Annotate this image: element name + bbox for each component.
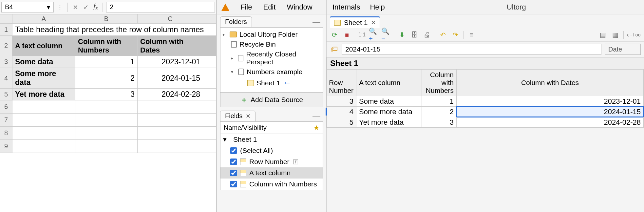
grid-cell-num[interactable]: 3 xyxy=(422,117,457,128)
chevron-down-icon[interactable]: ▾ xyxy=(222,32,227,37)
sheet-tab[interactable]: Sheet 1 ✕ xyxy=(330,16,380,28)
field-checkbox[interactable] xyxy=(230,159,237,165)
cell-A6[interactable] xyxy=(12,100,75,114)
database-icon[interactable]: 🗄 xyxy=(410,30,419,39)
cell-C5[interactable]: 2024-02-28 xyxy=(138,89,203,100)
table-row[interactable]: 4 Some more data 2 2024-01-15 xyxy=(327,107,644,117)
col-header-text[interactable]: A text column xyxy=(12,36,75,56)
fields-item-row-number[interactable]: Row Number ⚿ xyxy=(220,156,323,167)
row-header-4[interactable]: 4 xyxy=(0,68,12,89)
fields-sheet-node[interactable]: ▾ Sheet 1 xyxy=(220,134,323,145)
grid-col-dates[interactable]: Column with Dates xyxy=(457,70,644,96)
grid-cell-text[interactable]: Some more data xyxy=(356,107,422,117)
cell-C8[interactable] xyxy=(138,127,203,140)
table-heading-cell[interactable]: Table heading that precedes the row of c… xyxy=(12,24,216,36)
foo-button[interactable]: c-foo xyxy=(627,30,641,39)
menu-edit[interactable]: Edit xyxy=(263,3,275,11)
row-header-9[interactable]: 9 xyxy=(0,140,12,153)
grid-cell-num[interactable]: 1 xyxy=(422,96,457,107)
import-icon[interactable]: ⬇ xyxy=(397,30,407,39)
close-icon[interactable]: ✕ xyxy=(371,19,376,26)
cell-B4[interactable]: 2 xyxy=(75,68,138,89)
fields-tab[interactable]: Fields ✕ xyxy=(220,111,256,121)
cell-A3[interactable]: Some data xyxy=(12,56,75,68)
zoom-out-icon[interactable]: 🔍− xyxy=(381,30,390,39)
select-all-checkbox[interactable] xyxy=(230,147,237,154)
cell-A8[interactable] xyxy=(12,127,75,140)
value-input[interactable]: 2024-01-15 xyxy=(342,44,601,55)
grid-cell-rn[interactable]: 3 xyxy=(327,96,356,107)
select-all-corner[interactable] xyxy=(0,14,12,24)
tree-sheet[interactable]: Sheet 1 ← xyxy=(222,77,321,89)
cell-A9[interactable] xyxy=(12,140,75,153)
tag-icon[interactable]: 🏷 xyxy=(330,45,338,53)
grid-cell-date[interactable]: 2023-12-01 xyxy=(457,96,644,107)
chevron-down-icon[interactable]: ▾ xyxy=(47,3,50,11)
cell-A7[interactable] xyxy=(12,114,75,127)
minimize-icon[interactable]: — xyxy=(310,17,323,27)
menu-file[interactable]: File xyxy=(240,3,252,11)
grid-cell-text[interactable]: Some data xyxy=(356,96,422,107)
row-header-2[interactable]: 2 xyxy=(0,36,12,56)
table-row[interactable]: 3 Some data 1 2023-12-01 xyxy=(327,96,644,107)
accept-formula-icon[interactable]: ✓ xyxy=(82,3,90,11)
grid-cell-date[interactable]: 2024-02-28 xyxy=(457,117,644,128)
cell-B9[interactable] xyxy=(75,140,138,153)
stop-icon[interactable]: ■ xyxy=(342,30,351,39)
cell-B5[interactable]: 3 xyxy=(75,89,138,100)
menu-internals[interactable]: Internals xyxy=(332,3,360,11)
chevron-down-icon[interactable]: ▾ xyxy=(231,69,236,74)
cell-B8[interactable] xyxy=(75,127,138,140)
cell-C9[interactable] xyxy=(138,140,203,153)
column-header-B[interactable]: B xyxy=(75,14,138,24)
menu-window[interactable]: Window xyxy=(287,3,312,11)
column-header-A[interactable]: A xyxy=(12,14,75,24)
row-header-8[interactable]: 8 xyxy=(0,127,12,140)
row-header-3[interactable]: 3 xyxy=(0,56,12,68)
fields-item-text-column[interactable]: A text column xyxy=(220,167,323,179)
print-icon[interactable]: 🖨 xyxy=(422,30,431,39)
zoom-in-icon[interactable]: 🔍+ xyxy=(369,30,378,39)
cell-A5[interactable]: Yet more data xyxy=(12,89,75,100)
close-icon[interactable]: ✕ xyxy=(246,113,251,120)
col-header-numbers[interactable]: Column with Numbers xyxy=(75,36,138,56)
menu-help[interactable]: Help xyxy=(370,3,385,11)
value-type-select[interactable]: Date xyxy=(605,44,641,55)
scale-11-button[interactable]: 1:1 xyxy=(358,30,366,39)
grid-cell-text[interactable]: Yet more data xyxy=(356,117,422,128)
cell-empty[interactable] xyxy=(203,36,216,56)
cell-D3[interactable] xyxy=(203,56,216,68)
column-header-next[interactable] xyxy=(203,14,216,24)
field-checkbox[interactable] xyxy=(230,170,237,176)
grid-cell-date[interactable]: 2024-01-15 xyxy=(457,107,644,117)
cell-C6[interactable] xyxy=(138,100,203,114)
vertical-dots-icon[interactable]: ⋮ xyxy=(56,3,64,11)
minimize-icon[interactable]: — xyxy=(310,112,323,121)
cell-D4[interactable] xyxy=(203,68,216,89)
add-data-source-button[interactable]: ＋ Add Data Source xyxy=(220,93,323,107)
table-row[interactable]: 5 Yet more data 3 2024-02-28 xyxy=(327,117,644,128)
align-icon[interactable]: ≡ xyxy=(467,30,476,39)
cell-B6[interactable] xyxy=(75,100,138,114)
cell-D6[interactable] xyxy=(203,100,216,114)
chevron-down-icon[interactable]: ▾ xyxy=(223,136,227,143)
chevron-right-icon[interactable]: ▸ xyxy=(231,55,235,61)
grid-col-rownum[interactable]: Row Number xyxy=(327,70,356,96)
grid-cell-rn[interactable]: 4 xyxy=(327,107,356,117)
cell-C7[interactable] xyxy=(138,114,203,127)
layout-icon[interactable]: ▤ xyxy=(598,30,608,39)
tree-root[interactable]: ▾ Local Ultorg Folder xyxy=(222,30,321,39)
fields-item-numbers[interactable]: Column with Numbers xyxy=(220,179,323,190)
row-header-7[interactable]: 7 xyxy=(0,114,12,127)
tree-recycle-bin[interactable]: Recycle Bin xyxy=(222,39,321,49)
grid-col-numbers[interactable]: Column with Numbers xyxy=(422,70,457,96)
cell-C4[interactable]: 2024-01-15 xyxy=(138,68,203,89)
tree-recent[interactable]: ▸ Recently Closed Perspect xyxy=(222,49,321,67)
row-header-1[interactable]: 1 xyxy=(0,24,12,36)
folders-tab[interactable]: Folders xyxy=(220,16,252,27)
row-header-5[interactable]: 5 xyxy=(0,89,12,100)
cancel-formula-icon[interactable]: ✕ xyxy=(71,3,80,11)
refresh-icon[interactable]: ⟳ xyxy=(330,30,339,39)
row-header-6[interactable]: 6 xyxy=(0,100,12,114)
grid-icon[interactable]: ▦ xyxy=(611,30,620,39)
